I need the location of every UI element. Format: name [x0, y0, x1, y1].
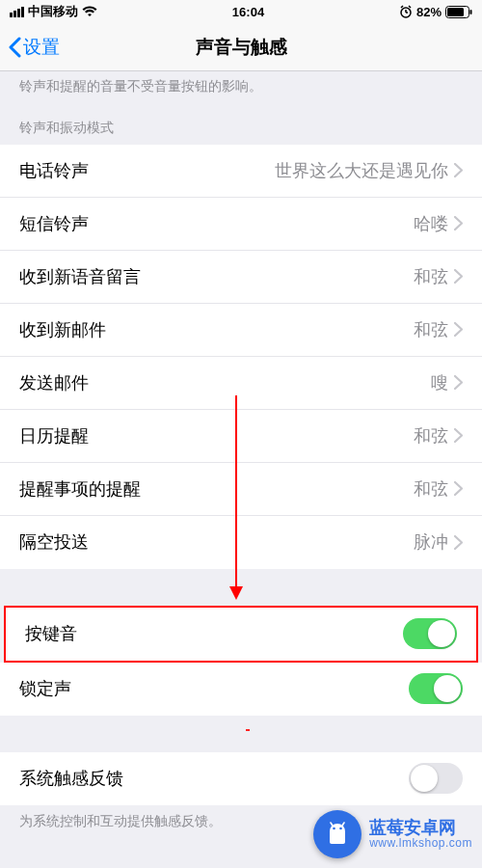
row-keyboard-clicks[interactable]: 按键音: [6, 608, 476, 661]
row-label: 按键音: [25, 622, 77, 645]
row-label: 系统触感反馈: [19, 767, 123, 790]
row-calendar-alerts[interactable]: 日历提醒 和弦: [0, 410, 482, 463]
nav-bar: 设置 声音与触感: [0, 23, 482, 71]
status-bar: 中国移动 16:04 82%: [0, 0, 482, 23]
row-system-haptics[interactable]: 系统触感反馈: [0, 752, 482, 805]
chevron-right-icon: [454, 269, 463, 284]
row-value: 和弦: [414, 318, 448, 341]
chevron-left-icon: [8, 37, 21, 58]
row-value: 和弦: [414, 424, 448, 448]
carrier-label: 中国移动: [28, 3, 78, 20]
row-sent-mail[interactable]: 发送邮件 嗖: [0, 357, 482, 410]
svg-line-4: [409, 6, 411, 8]
toggles-group: 锁定声: [0, 663, 482, 716]
row-ringtone[interactable]: 电话铃声 世界这么大还是遇见你: [0, 145, 482, 198]
chevron-right-icon: [454, 216, 463, 231]
switch-keyboard-clicks[interactable]: [403, 618, 457, 649]
row-value: 嗖: [431, 371, 448, 394]
row-label: 短信铃声: [19, 212, 89, 235]
chevron-right-icon: [454, 322, 463, 337]
status-right: 82%: [399, 5, 472, 19]
back-button[interactable]: 设置: [8, 35, 60, 60]
row-label: 收到新邮件: [19, 318, 106, 341]
row-label: 锁定声: [19, 677, 71, 700]
volume-button-note: 铃声和提醒的音量不受音量按钮的影响。: [0, 71, 482, 106]
row-new-mail[interactable]: 收到新邮件 和弦: [0, 304, 482, 357]
row-label: 收到新语音留言: [19, 265, 141, 288]
switch-lock-sound[interactable]: [409, 673, 463, 704]
section-header-sounds: 铃声和振动模式: [0, 106, 482, 145]
row-value: 和弦: [414, 265, 448, 288]
chevron-right-icon: [454, 163, 463, 177]
status-left: 中国移动: [10, 3, 97, 20]
chevron-right-icon: [454, 481, 463, 496]
switch-system-haptics[interactable]: [409, 763, 463, 794]
page-title: 声音与触感: [0, 35, 482, 60]
row-value: 哈喽: [414, 212, 448, 235]
watermark-url: www.lmkshop.com: [369, 837, 472, 850]
row-reminder-alerts[interactable]: 提醒事项的提醒 和弦: [0, 463, 482, 516]
row-label: 提醒事项的提醒: [19, 477, 141, 501]
row-value: 脉冲: [414, 530, 448, 554]
row-label: 日历提醒: [19, 424, 89, 448]
annotation-highlight-box: 按键音: [4, 606, 478, 663]
haptics-footer-note: 为系统控制和互动提供触感反馈。: [0, 805, 482, 838]
row-value: 和弦: [414, 477, 448, 501]
row-text-tone[interactable]: 短信铃声 哈喽: [0, 198, 482, 251]
battery-icon: [445, 6, 472, 18]
svg-rect-7: [470, 10, 472, 14]
row-lock-sound[interactable]: 锁定声: [0, 663, 482, 716]
wifi-icon: [82, 6, 97, 17]
row-label: 发送邮件: [19, 371, 89, 394]
status-time: 16:04: [232, 5, 264, 19]
chevron-right-icon: [454, 535, 463, 550]
row-label: 隔空投送: [19, 530, 89, 554]
battery-percent: 82%: [416, 5, 442, 19]
alarm-icon: [399, 5, 413, 18]
row-value: 世界这么大还是遇见你: [275, 159, 448, 182]
haptics-group: 系统触感反馈: [0, 752, 482, 805]
sounds-group: 电话铃声 世界这么大还是遇见你 短信铃声 哈喽 收到新语音留言 和弦 收到新邮件…: [0, 145, 482, 569]
svg-rect-6: [447, 8, 464, 16]
row-airdrop[interactable]: 隔空投送 脉冲: [0, 516, 482, 569]
chevron-right-icon: [454, 375, 463, 390]
svg-line-3: [401, 6, 403, 8]
back-label: 设置: [23, 35, 60, 60]
row-label: 电话铃声: [19, 159, 89, 182]
signal-bars-icon: [10, 7, 24, 17]
chevron-right-icon: [454, 428, 463, 443]
row-new-voicemail[interactable]: 收到新语音留言 和弦: [0, 251, 482, 304]
